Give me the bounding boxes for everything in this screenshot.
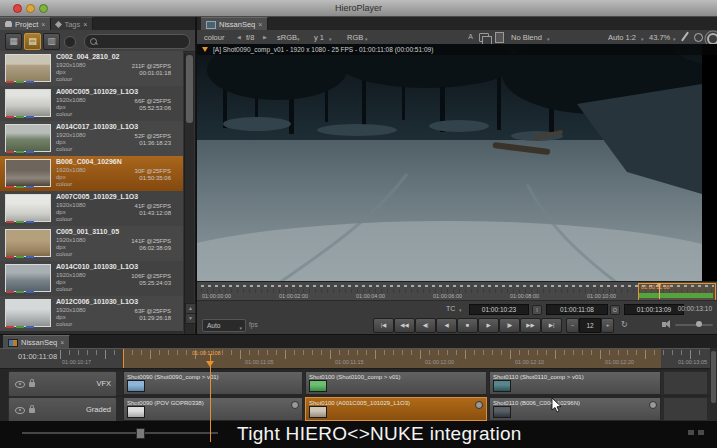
timeline-zoom-slider[interactable] [22,432,218,434]
step-increment-button[interactable]: + [601,318,614,333]
channel-chips-icon [6,221,34,223]
timeline-playhead-icon[interactable] [206,361,214,367]
gamma-dropdown[interactable]: y 1 [314,33,324,42]
go-to-end-button[interactable]: ▶| [541,318,562,333]
volume-knob[interactable] [696,321,702,327]
play-backward-button[interactable]: ◀ [436,318,457,333]
ab-compare-icon[interactable]: A [465,32,476,41]
stop-button[interactable]: ■ [457,318,478,333]
clip-thumbnail [309,406,327,418]
gain-increase-icon[interactable]: ▶ [263,34,267,40]
collapse-triangle-icon[interactable] [202,47,208,52]
volume-icon[interactable] [662,322,666,327]
list-item[interactable]: A000C005_101029_L1O3 1920x1080dpxcolour … [0,86,183,122]
go-to-start-button[interactable]: |◀ [373,318,394,333]
track-lock-icon[interactable] [29,408,35,413]
scrubber-tick-label: 01:00:00:00 [202,293,231,299]
tab-tags[interactable]: Tags × [51,17,93,31]
chevron-down-icon: ▾ [329,36,332,42]
detail-view-button[interactable]: ▥ [43,33,60,50]
tab-viewer-nissanseq[interactable]: NissanSeq × [201,17,268,31]
mask-overlay-icon[interactable] [694,33,703,42]
swap-inputs-icon[interactable] [479,33,489,42]
close-icon[interactable]: × [41,21,45,28]
close-icon[interactable]: × [83,21,87,28]
ruler-label: 01:00:12:20 [605,359,634,365]
tc-mode-dropdown[interactable]: TC [446,305,455,312]
chevron-down-icon: ▾ [365,36,368,42]
channel-chips-icon [6,81,34,83]
timeline-clip[interactable]: Shot0090 (Shot0090_comp > v01) [123,371,303,395]
search-input[interactable] [84,34,190,49]
search-icon [90,38,97,45]
viewer-scrubber[interactable]: 01:00:00:00 01:00:02:00 01:00:04:00 01:0… [197,281,717,301]
volume-slider[interactable] [675,324,713,326]
close-icon[interactable]: × [258,21,262,28]
stack-icon[interactable] [495,32,504,43]
list-item[interactable]: C005_001_3110_05 1920x1080dpxcolour 141F… [0,226,183,262]
clip-thumbnail [493,380,511,392]
timeline-zoom-handle[interactable] [136,428,145,439]
clip-status-badge [649,401,657,409]
list-item[interactable]: A014C017_101030_L1O3 1920x1080dpxcolour … [0,121,183,157]
fps-mode-select[interactable]: Auto ▾ [202,319,246,332]
next-edit-button[interactable]: ▶▶ [520,318,541,333]
wipe-tool-icon[interactable] [681,31,689,41]
in-point-field[interactable]: 01:00:10:23 [469,304,529,315]
loop-playback-icon[interactable]: ↻ [621,320,628,329]
lut-dropdown[interactable]: sRGB [277,33,297,42]
gain-value[interactable]: f/8 [246,33,254,42]
clip-duration: 141F @25FPS06:02:38:09 [131,238,171,252]
current-timecode-field[interactable]: 01:00:11:08 [546,304,608,315]
track-visibility-icon[interactable] [15,407,25,414]
scrollbar-thumb[interactable] [711,351,716,403]
viewer-canvas[interactable]: [A] Shot0090_comp_v01 - 1920 x 1080 - 25… [197,44,717,298]
track-header-graded[interactable]: Graded [8,397,117,423]
window-title: HieroPlayer [0,3,717,13]
list-item-selected[interactable]: B006_C004_10296N 1920x1080dpxcolour 30F … [0,156,183,192]
track-visibility-icon[interactable] [15,381,25,388]
list-item[interactable]: A012C006_101030_L1O3 1920x1080dpxcolour … [0,296,183,332]
frame-step-field[interactable]: 12 [579,318,601,333]
prev-edit-button[interactable]: ◀◀ [394,318,415,333]
scroll-down-button[interactable]: ▼ [185,313,196,324]
track-header-vfx[interactable]: VFX [8,371,117,397]
timeline-clip[interactable]: Shot0110 (B006_C004_10296N) [489,397,661,421]
grid-view-button[interactable]: ▦ [5,33,22,50]
browser-scrollbar[interactable]: ▲ ▼ [184,53,194,334]
track-name: VFX [96,379,111,388]
zoom-timeline-icon[interactable] [698,430,704,435]
timeline-clip-selected[interactable]: Shot0100 (A001C005_101029_L1O3) [305,397,487,421]
project-tab-bar: Project × Tags × [0,17,195,30]
scrollbar-thumb[interactable] [186,55,193,123]
gain-decrease-icon[interactable]: ◀ [237,34,241,40]
proxy-dropdown[interactable]: 43.7% [649,33,670,42]
track-lock-icon[interactable] [29,382,35,387]
list-view-button[interactable]: ▤ [24,33,41,50]
step-back-button[interactable]: ◀| [415,318,436,333]
tab-project[interactable]: Project × [0,17,51,31]
timeline-playhead[interactable] [210,354,211,442]
list-item[interactable]: A007C005_101029_L1O3 1920x1080dpxcolour … [0,191,183,227]
title-bar[interactable]: HieroPlayer [0,0,717,17]
scrubber-playhead[interactable] [659,283,660,299]
tab-timeline-nissanseq[interactable]: NissanSeq × [3,335,70,349]
step-decrement-button[interactable]: − [566,318,579,333]
timeline-clip[interactable]: Shot0100 (Shot0100_comp > v01) [305,371,487,395]
channels-dropdown[interactable]: RGB [347,33,363,42]
play-button[interactable]: ▶ [478,318,499,333]
list-item[interactable]: C002_004_2810_02 1920x1080dpxcolour 211F… [0,51,183,87]
chevron-down-icon: ▾ [297,36,300,42]
close-icon[interactable]: × [60,339,64,346]
timeline-ruler[interactable]: 01:00:11:08 01:00:10:17 01:00:11:05 01:0… [0,348,710,369]
timeline-clip[interactable]: Shot0090 (POV GOPR0338) [123,397,303,421]
tab-tags-label: Tags [64,20,80,29]
timeline-clip[interactable]: Shot0110 (Shot0110_comp > v01) [489,371,661,395]
zoom-dropdown[interactable]: Auto 1:2 [608,33,636,42]
step-forward-button[interactable]: |▶ [499,318,520,333]
blend-mode-dropdown[interactable]: No Blend [511,33,542,42]
filter-icon[interactable] [64,36,76,48]
out-point-field[interactable]: 01:00:13:09 [624,304,684,315]
list-item[interactable]: A014C010_101030_L1O3 1920x1080dpxcolour … [0,261,183,297]
fit-timeline-icon[interactable] [688,430,694,435]
